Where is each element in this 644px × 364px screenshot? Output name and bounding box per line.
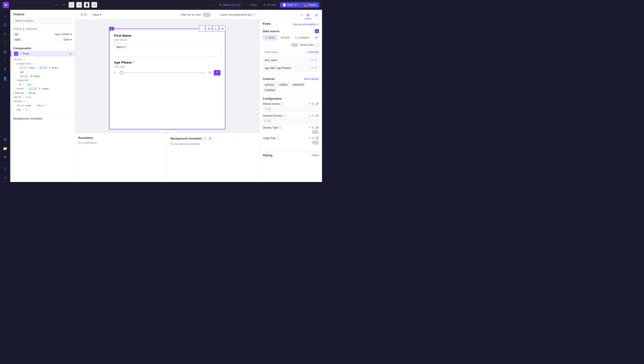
layout-icon-2[interactable]: ⊞ (76, 2, 82, 8)
tree-order: order : [...] 2 items (14, 87, 72, 91)
data-source-section: Data source a ✏ Static ⊟ Eval ◇ (263, 29, 319, 71)
expand-icon[interactable]: ↗ (1, 174, 9, 182)
component-form-row[interactable]: a ✏ Form ▲ (10, 51, 75, 57)
preview-button[interactable]: 👁 Preview (261, 2, 279, 8)
author-info-icon[interactable]: i (253, 13, 256, 16)
app-name-input[interactable]: App summary (12, 2, 52, 8)
components-header: Components (10, 44, 75, 51)
debug-runs-button[interactable]: ⚙ Debug runs (1) (216, 2, 243, 8)
state-value[interactable]: State ▾ (63, 38, 72, 41)
components-icon[interactable]: ◫ (1, 21, 9, 29)
ctx-value[interactable]: App Context ▾ (55, 33, 72, 36)
eye-icon[interactable]: 👁 (1, 153, 9, 161)
dt-expand-icon[interactable]: ⊟ (312, 126, 314, 129)
dollar-icon[interactable]: $ (1, 65, 9, 73)
help-icon[interactable]: ? (1, 165, 9, 173)
form-ctrl-grid[interactable]: ⊞ (206, 26, 212, 32)
component-edit-icon[interactable]: ✏ (20, 52, 22, 55)
ds-tab-link[interactable]: 🔗 (312, 35, 320, 40)
de-edit-icon[interactable]: ✏ (308, 114, 311, 117)
no-scripts-label: No scripts/flows (78, 141, 164, 144)
form-ctrl-expand[interactable]: ⊕ (219, 26, 226, 32)
rp-tab-settings[interactable]: ⚙ (313, 12, 320, 19)
display-type-info-icon[interactable]: i (279, 126, 282, 129)
star-icon[interactable]: ☆ (1, 39, 9, 47)
ctrl-invalidate[interactable]: invalidate (263, 88, 277, 92)
dv-edit-icon[interactable]: ✏ (308, 102, 311, 105)
field-1-drag-icon[interactable]: ⠿ (314, 58, 317, 62)
see-docs-link[interactable]: See documentation ↗ (293, 23, 319, 26)
default-values-info-icon[interactable]: i (281, 102, 284, 105)
default-values-label: Default Values i (263, 102, 284, 105)
age-slider[interactable] (118, 72, 206, 73)
show-details-button[interactable]: Show details (304, 77, 319, 81)
editor-button[interactable]: ✏ Editor (245, 2, 260, 8)
dt-edit-icon[interactable]: ✏ (308, 126, 311, 129)
ds-tab-compute[interactable]: ◇ Compute (292, 35, 311, 40)
display-type-label: Display Type i (263, 126, 282, 129)
dt-link-icon[interactable]: 🔗 (315, 126, 319, 129)
large-gap-toggle[interactable] (312, 141, 319, 145)
field-1-edit-icon[interactable]: ✏ (311, 58, 314, 62)
redo-button[interactable]: ↪ (61, 2, 67, 8)
rp-add-icon[interactable]: + (300, 13, 303, 18)
deploy-button[interactable]: 📤 Deploy (301, 2, 319, 8)
json-editor-toggle[interactable] (291, 43, 298, 47)
dv-expand-icon[interactable]: ⊟ (312, 102, 314, 105)
de-expand-icon[interactable]: ⊟ (312, 114, 314, 117)
once-badge[interactable]: once ▾ (91, 12, 103, 17)
first-name-input[interactable]: Henri (114, 43, 220, 57)
user-icon[interactable]: 👤 (1, 74, 9, 82)
rp-tab-components[interactable]: ⊞ (305, 12, 311, 19)
branch-icon[interactable]: ⑂ (1, 56, 9, 65)
undo-button[interactable]: ↩ (54, 2, 60, 8)
field-2-drag-icon[interactable]: ⠿ (314, 66, 317, 70)
field-name-input[interactable] (263, 49, 305, 55)
large-gap-info-icon[interactable]: i (276, 136, 280, 140)
component-badge: a (14, 52, 18, 56)
json-editor-info-icon[interactable]: i (316, 43, 319, 47)
bg-runnables-add-button[interactable]: + (208, 136, 212, 141)
ctrl-validate-all[interactable]: validateAll (290, 82, 306, 87)
ctrl-set-value[interactable]: setValue (263, 82, 276, 87)
slider-thumb[interactable] (120, 71, 123, 75)
form-ctrl-arrow-down[interactable]: ↓ (199, 26, 205, 32)
folder-icon[interactable]: 📁 (1, 144, 9, 152)
lg-expand-icon[interactable]: ⊟ (312, 136, 314, 140)
lg-link-icon[interactable]: 🔗 (315, 136, 319, 140)
display-type-toggle[interactable] (312, 130, 319, 134)
mobile-icon[interactable]: 📱 (84, 2, 90, 8)
zoom-out-button[interactable]: − (160, 131, 162, 133)
desktop-icon[interactable]: 🖥 (91, 2, 98, 8)
tree-first-name-badge[interactable]: {...} (39, 66, 48, 69)
dynamic-enums-info-icon[interactable]: i (283, 114, 286, 117)
ds-tab-eval[interactable]: ⊟ Eval (278, 35, 292, 40)
apps-icon[interactable]: ⊞ (1, 48, 9, 56)
more-options-icon[interactable]: ⋯ (206, 3, 214, 8)
bg-runnables-info-icon[interactable]: i (204, 137, 206, 140)
ds-tab-static[interactable]: ✏ Static (263, 35, 278, 40)
dv-link-icon[interactable]: 🔗 (315, 102, 319, 105)
draft-button[interactable]: 📄 Draft ⌘S (280, 2, 301, 8)
play-icon[interactable]: ▷ (1, 30, 9, 38)
eval-icon: ⊟ (281, 36, 283, 39)
tree-order-badge[interactable]: [...] (28, 87, 37, 90)
zoom-in-button[interactable]: + (172, 131, 174, 133)
layout-icon-1[interactable]: ⊟ (68, 2, 75, 8)
tree-age-badge-btn[interactable]: {...} (20, 75, 28, 78)
de-link-icon[interactable]: 🔗 (315, 114, 319, 117)
home-icon[interactable]: ⌂ (1, 12, 9, 20)
component-collapse-icon[interactable]: ▲ (69, 52, 72, 55)
tree-properties: properties : - (14, 62, 72, 66)
search-outputs-input[interactable] (12, 18, 73, 24)
lg-edit-icon[interactable]: ✏ (308, 136, 311, 140)
ctrl-validate[interactable]: validate (277, 82, 290, 87)
styling-show-button[interactable]: ‹ Show (310, 154, 319, 157)
form-ctrl-anchor[interactable]: ⚓ (212, 26, 219, 32)
add-field-button[interactable]: + Add field (306, 51, 319, 54)
settings-icon[interactable]: ⚙ (1, 135, 9, 143)
run-count-badge[interactable]: ↻ 0 (79, 13, 88, 17)
hide-bar-toggle[interactable] (202, 13, 211, 17)
field-2-edit-icon[interactable]: ✏ (311, 66, 314, 70)
canvas-center[interactable]: a ↓ ⊞ ⚓ ⊕ First Name your name (75, 20, 260, 133)
